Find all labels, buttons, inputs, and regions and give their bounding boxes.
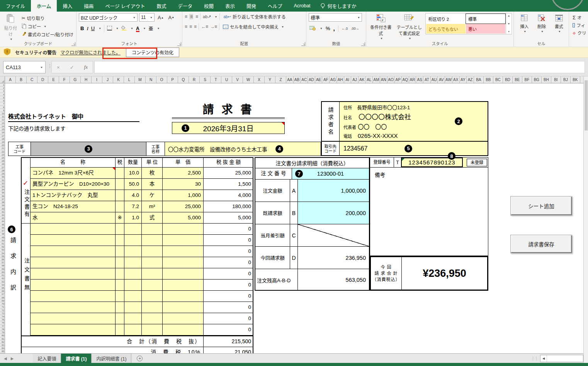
order-number-cell[interactable]: 7 123000-01 — [292, 168, 369, 179]
invoice-empty-row-unit[interactable] — [142, 302, 163, 313]
horizontal-scrollbar[interactable]: ◀ — [540, 355, 583, 362]
row-header-28[interactable]: 28 — [0, 169, 5, 172]
column-header-I[interactable]: I — [92, 76, 102, 83]
decrease-indent-icon[interactable]: ←≡ — [201, 24, 208, 29]
row-header-31[interactable]: 31 — [0, 179, 5, 182]
column-header-F[interactable]: F — [59, 76, 70, 83]
invoice-item-row-amount[interactable]: 5,000 — [204, 212, 253, 224]
invoice-empty-row-price[interactable] — [163, 235, 204, 246]
invoice-item-row-amount[interactable]: 1,500 — [204, 179, 253, 190]
formula-input[interactable] — [94, 61, 585, 73]
ribbon-tab-挿入[interactable]: 挿入 — [57, 0, 78, 12]
increase-font-button[interactable]: A▲ — [156, 14, 165, 21]
cell-style-悪い[interactable]: 悪い — [466, 24, 505, 34]
invoice-empty-row-unit[interactable] — [142, 235, 163, 246]
column-header-AD[interactable]: AD — [308, 76, 315, 83]
phonetic-button[interactable]: 亜 — [149, 25, 153, 32]
row-header-59[interactable]: 59 — [0, 268, 5, 271]
invoice-item-row-name[interactable]: コンパネ 12mm 3尺×6尺 — [31, 168, 116, 179]
invoice-item-row-amount[interactable]: 25,000 — [204, 168, 253, 179]
row-header-21[interactable]: 21 — [0, 147, 5, 150]
row-header-16[interactable]: 16 — [0, 131, 5, 134]
invoice-empty-row-price[interactable] — [163, 302, 204, 313]
remarks-box[interactable]: 備考 — [370, 168, 488, 256]
column-header-AY[interactable]: AY — [460, 76, 467, 83]
delete-cells-button[interactable]: 削除▼ — [534, 13, 550, 34]
cell-style-桁区切り 2[interactable]: 桁区切り 2 — [426, 14, 466, 24]
row-header-49[interactable]: 49 — [0, 236, 5, 239]
invoice-empty-row-unit[interactable] — [142, 280, 163, 291]
row-header-43[interactable]: 43 — [0, 217, 5, 220]
invoice-item-row-name[interactable]: 1トンコンテナバック 丸型 — [31, 190, 116, 201]
row-header-77[interactable]: 77 — [0, 325, 5, 328]
sheet-tab-請求書 (1)[interactable]: 請求書 (1) — [61, 354, 92, 363]
invoice-item-row-name[interactable]: 水 — [31, 212, 116, 224]
order-balance-value[interactable]: 563,050 — [298, 269, 369, 291]
invoice-empty-row-amount[interactable]: 0 — [204, 291, 253, 302]
recipient-name[interactable]: 株式会社トライネット 御中 — [8, 112, 139, 122]
row-header-82[interactable]: 82 — [0, 341, 5, 344]
invoice-item-row-qty[interactable]: 50.0 — [124, 179, 142, 190]
select-all-corner[interactable] — [0, 76, 5, 83]
column-header-AJ[interactable]: AJ — [351, 76, 359, 83]
row-header-58[interactable]: 58 — [0, 264, 5, 267]
row-header-14[interactable]: 14 — [0, 125, 5, 128]
column-header-BE[interactable]: BE — [513, 76, 522, 83]
invoice-item-row-price[interactable]: 1,000 — [163, 190, 204, 201]
cancel-icon[interactable]: × — [57, 64, 60, 70]
invoice-empty-row-qty[interactable] — [124, 280, 142, 291]
row-header-66[interactable]: 66 — [0, 290, 5, 293]
billed-amount-value[interactable]: 200,000 — [298, 202, 369, 224]
invoice-empty-row-qty[interactable] — [124, 235, 142, 246]
fx-icon[interactable]: fx — [84, 64, 88, 70]
column-header-Z[interactable]: Z — [275, 76, 286, 83]
row-header-11[interactable]: 11 — [0, 115, 5, 118]
column-header-AF[interactable]: AF — [322, 76, 330, 83]
row-header-22[interactable]: 22 — [0, 150, 5, 153]
column-header-AG[interactable]: AG — [330, 76, 337, 83]
tab-splitter-grip[interactable]: ⋮⋮ — [531, 354, 540, 363]
requester-info-cell[interactable]: 住所 長野県飯田市〇〇123-1 社名 〇〇〇〇株式会社 代表者 〇〇 〇〇 電… — [340, 102, 488, 141]
row-header-3[interactable]: 3 — [0, 90, 5, 93]
invoice-empty-row-name[interactable] — [31, 257, 116, 268]
invoice-empty-row-unit[interactable] — [142, 246, 163, 257]
invoice-item-row-unit[interactable]: ケ — [142, 190, 163, 201]
column-header-W[interactable]: W — [243, 76, 254, 83]
row-header-13[interactable]: 13 — [0, 122, 5, 125]
row-header-18[interactable]: 18 — [0, 137, 5, 141]
invoice-empty-row-qty[interactable] — [124, 313, 142, 324]
column-header-O[interactable]: O — [156, 76, 167, 83]
invoice-empty-row-price[interactable] — [163, 313, 204, 324]
alignment-dialog-launcher[interactable]: ↘ — [301, 42, 305, 46]
cell-style-標準[interactable]: 標準 — [466, 14, 505, 24]
invoice-empty-row-name[interactable] — [31, 224, 116, 235]
conditional-formatting-button[interactable]: ≠ 条件付き書式▼ — [369, 13, 393, 41]
enter-icon[interactable]: ✓ — [70, 64, 74, 70]
align-left-icon[interactable]: ≡ — [185, 24, 187, 29]
format-cells-button[interactable]: 書式▼ — [551, 13, 567, 34]
invoice-empty-row-tax[interactable] — [116, 302, 124, 313]
invoice-item-row-tax[interactable] — [116, 201, 124, 212]
row-header-2[interactable]: 2 — [0, 86, 5, 90]
invoice-empty-row-amount[interactable]: 0 — [204, 257, 253, 268]
invoice-empty-row-name[interactable] — [31, 268, 116, 280]
ribbon-tab-データ[interactable]: データ — [172, 0, 198, 12]
row-header-52[interactable]: 52 — [0, 245, 5, 248]
row-header-55[interactable]: 55 — [0, 255, 5, 258]
gallery-scroll[interactable]: ▲▼▾ — [506, 13, 512, 34]
column-header-AV[interactable]: AV — [438, 76, 445, 83]
row-header-56[interactable]: 56 — [0, 258, 5, 261]
align-top-icon[interactable]: ≡ — [185, 14, 187, 19]
underline-button[interactable]: U — [91, 25, 95, 31]
row-header-41[interactable]: 41 — [0, 210, 5, 214]
invoice-empty-row-tax[interactable] — [116, 246, 124, 257]
invoice-empty-row-amount[interactable]: 0 — [204, 246, 253, 257]
invoice-item-row-price[interactable]: 2,500 — [163, 168, 204, 179]
row-header-32[interactable]: 32 — [0, 182, 5, 185]
row-header-79[interactable]: 79 — [0, 331, 5, 334]
row-header-50[interactable]: 50 — [0, 239, 5, 242]
column-header-J[interactable]: J — [102, 76, 113, 83]
wrap-text-button[interactable]: ab↩折り返して全体を表示する — [222, 13, 287, 20]
invoice-empty-row-qty[interactable] — [124, 302, 142, 313]
column-header-AO[interactable]: AO — [387, 76, 395, 83]
